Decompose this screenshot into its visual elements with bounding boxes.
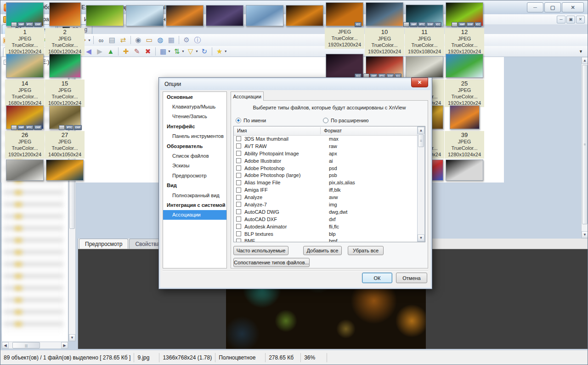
options-tree-item-Полноэкранный вид[interactable]: Полноэкранный вид <box>163 190 226 200</box>
filetype-checkbox[interactable] <box>236 165 241 171</box>
favorites-star-icon-dropdown[interactable]: ▼ <box>224 50 227 53</box>
minimize-button[interactable]: ─ <box>527 2 543 12</box>
options-tree-item-Эскизы[interactable]: Эскизы <box>163 161 226 171</box>
open-with-icon-dropdown[interactable]: ▼ <box>88 39 91 42</box>
thumbnail-cell[interactable] <box>205 2 244 26</box>
search-icon[interactable]: ∞ <box>96 35 107 45</box>
convert-icon[interactable]: ⇄ <box>118 35 129 45</box>
tab-associations[interactable]: Ассоциации <box>231 91 264 101</box>
web-icon[interactable]: ◍ <box>155 35 166 45</box>
filetype-checkbox[interactable] <box>236 231 241 236</box>
thumbnail-cell[interactable]: 2JPEG TrueColor...1600x1200x24 <box>45 2 85 56</box>
mdi-restore-button[interactable]: ▣ <box>566 16 575 23</box>
options-tree-item-Интерфейс[interactable]: Интерфейс <box>163 121 226 131</box>
thumbnail-cell[interactable] <box>125 2 164 26</box>
thumbnail-cell[interactable] <box>45 157 85 181</box>
options-tree-item-Список файлов[interactable]: Список файлов <box>163 151 226 160</box>
filetype-checkbox[interactable] <box>236 195 241 200</box>
thumbnail-cell[interactable]: XMPIPTCEXIF26JPEG TrueColor...1920x1200x… <box>5 105 45 159</box>
column-format[interactable]: Формат <box>324 128 342 133</box>
filetype-checkbox[interactable] <box>236 209 241 214</box>
remove-all-button[interactable]: Убрать все <box>348 246 384 255</box>
options-tree-item-Вид[interactable]: Вид <box>163 181 226 190</box>
filetype-row[interactable]: Autodesk Animatorfli,flc <box>234 223 417 230</box>
close-button[interactable]: ✕ <box>562 2 584 12</box>
thumbnail-cell[interactable] <box>285 2 324 26</box>
options-tree-item-Предпросмотр[interactable]: Предпросмотр <box>163 171 226 180</box>
filetype-row[interactable]: Analyzeavw <box>234 194 417 201</box>
radio-by-extension-icon[interactable] <box>323 118 328 123</box>
filetype-checkbox[interactable] <box>236 158 241 163</box>
radio-by-extension[interactable]: По расширению <box>323 118 369 123</box>
settings-icon[interactable]: ⚙ <box>181 35 192 45</box>
delete-icon[interactable]: ✖ <box>142 46 153 57</box>
thumbnail-cell[interactable]: 10JPEG TrueColor...1920x1200x24 <box>365 2 404 56</box>
mdi-close-button[interactable]: ✕ <box>576 16 585 23</box>
list-scroll-down-icon[interactable]: ▼ <box>418 234 424 241</box>
filetype-checkbox[interactable] <box>236 239 241 242</box>
filetype-row[interactable]: Analyze-7img <box>234 201 417 208</box>
browser-vscrollbar[interactable]: ▲ ≡ ▼ <box>581 57 588 239</box>
thumbnail-cell[interactable]: XMPEXIFICC12JPEG TrueColor...1920x1200x2… <box>445 2 484 56</box>
filter-icon[interactable]: ▽ <box>185 46 196 57</box>
sort-icon-dropdown[interactable]: ▼ <box>181 50 185 53</box>
capture-icon[interactable]: ◉ <box>133 35 144 45</box>
list-scroll-thumb[interactable]: ≡ <box>418 134 424 147</box>
filetype-checkbox[interactable] <box>236 224 241 229</box>
browser-scroll-thumb[interactable]: ≡ <box>582 65 588 224</box>
filetype-row[interactable]: BLP texturesblp <box>234 230 417 238</box>
filetype-row[interactable]: Adobe Photoshoppsd <box>234 165 417 172</box>
ok-button[interactable]: ОК <box>362 273 392 283</box>
info-icon[interactable]: ⓘ <box>192 35 203 45</box>
thumbnail-cell[interactable]: IPTCEXIF27JPEG TrueColor...1400x1050x24 <box>45 105 85 159</box>
view-mode-icon[interactable]: ▦ <box>158 46 169 57</box>
print-icon[interactable]: ▤ <box>107 35 118 45</box>
radio-by-name-icon[interactable] <box>236 118 241 123</box>
options-tree-item-Основные[interactable]: Основные <box>163 92 226 102</box>
cancel-button[interactable]: Отмена <box>396 273 427 283</box>
thumbnail-cell[interactable]: 25JPEG TrueColor...1920x1200x24 <box>445 54 484 107</box>
dialog-close-button[interactable]: ✕ <box>411 78 428 87</box>
frequently-used-button[interactable]: Часто используемые <box>233 246 288 255</box>
filetype-checkbox[interactable] <box>236 136 241 141</box>
new-folder-icon[interactable]: ✚ <box>120 46 131 57</box>
filetype-row[interactable]: Adobe Photoshop (large)psb <box>234 171 417 179</box>
tree-scroll-right-icon[interactable]: ▶ <box>61 342 68 348</box>
properties-icon[interactable]: ▦ <box>166 35 177 45</box>
tree-scroll-left-icon[interactable]: ◀ <box>2 342 9 348</box>
filetype-row[interactable]: Amiga IFFiff,blk <box>234 186 417 194</box>
favorites-star-icon[interactable]: ★ <box>214 46 225 57</box>
column-name[interactable]: Имя <box>237 128 247 133</box>
filetype-checkbox[interactable] <box>236 188 241 193</box>
filter-icon-dropdown[interactable]: ▼ <box>195 50 198 53</box>
view-mode-icon-dropdown[interactable]: ▼ <box>168 50 171 53</box>
path-history-dropdown-icon[interactable]: ▼ <box>579 49 583 54</box>
filetype-checkbox[interactable] <box>236 217 241 222</box>
filetype-row[interactable]: Adobe Illustratorai <box>234 157 417 165</box>
filetype-row[interactable]: Alias Image Filepix,als,alias <box>234 179 417 186</box>
options-tree-item-Ассоциации[interactable]: Ассоциации <box>163 210 226 220</box>
maximize-button[interactable]: ▢ <box>544 2 561 12</box>
options-tree-item-Чтение/Запись[interactable]: Чтение/Запись <box>163 112 226 121</box>
tree-hscrollbar[interactable]: ◀ ||| ▶ <box>1 342 68 349</box>
filetype-checkbox[interactable] <box>236 143 241 148</box>
thumbnail-cell[interactable]: 39JPEG TrueColor...1280x1024x24 <box>445 105 484 159</box>
thumbnail-cell[interactable]: ICCJPEG TrueColor...1920x1200x24 <box>325 2 364 49</box>
up-icon[interactable]: ▲ <box>105 46 116 57</box>
filetype-row[interactable]: AutoCAD DXFdxf <box>234 216 417 223</box>
options-tree-item-Обозреватель[interactable]: Обозреватель <box>163 141 226 151</box>
screen-icon[interactable]: ▭ <box>144 35 155 45</box>
filetype-row[interactable]: 3DS Max thumbnailmax <box>234 135 417 143</box>
thumbnail-cell[interactable] <box>445 157 484 181</box>
thumbnail-cell[interactable]: 15JPEG TrueColor...1600x1200x24 <box>45 54 85 107</box>
filetype-checkbox[interactable] <box>236 173 241 178</box>
thumbnail-cell[interactable] <box>245 2 284 26</box>
tab-preview[interactable]: Предпросмотр <box>79 239 128 249</box>
filetype-row[interactable]: AutoCAD DWGdwg,dwt <box>234 208 417 216</box>
list-scroll-up-icon[interactable]: ▲ <box>418 127 424 134</box>
thumbnail-cell[interactable] <box>85 2 124 26</box>
sort-icon[interactable]: ⇅ <box>171 46 182 57</box>
filetype-row[interactable]: Ability Photopaint Imageapx <box>234 150 417 157</box>
options-tree-item-Интеграция с системой[interactable]: Интеграция с системой <box>163 200 226 210</box>
rename-icon[interactable]: ✎ <box>131 46 142 57</box>
